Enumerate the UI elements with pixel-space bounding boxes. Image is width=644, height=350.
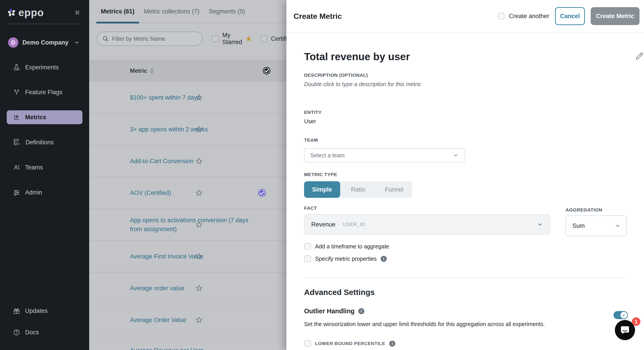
help-icon [13, 329, 20, 336]
metric-link[interactable]: 3+ app opens within 2 weeks [130, 125, 208, 134]
metric-link[interactable]: App opens to activations conversion (7 d… [130, 216, 256, 234]
metric-type-simple[interactable]: Simple [304, 181, 340, 198]
properties-label: Specify metric properties [315, 256, 377, 262]
entity-value: User [304, 118, 316, 125]
metric-name-title[interactable]: Total revenue by user [304, 51, 410, 63]
timeframe-label: Add a timeframe to aggregate [315, 243, 389, 250]
metric-link[interactable]: Average First Invoice Value [130, 252, 204, 261]
sidebar-item-label: Updates [25, 308, 48, 314]
flask-icon [13, 64, 20, 71]
table-row: Average order value [89, 273, 286, 304]
metric-column-header[interactable]: Metric [130, 59, 154, 82]
metric-link[interactable]: Average Revenue per User [130, 346, 203, 350]
star-icon[interactable] [195, 157, 203, 165]
table-row: $100+ spent within 7 days [89, 82, 286, 114]
tab-metrics[interactable]: Metrics (61) [96, 0, 139, 23]
team-select[interactable]: Select a team [304, 148, 465, 163]
create-metric-drawer: Create Metric Create another Cancel Crea… [286, 0, 644, 350]
sidebar-item-updates[interactable]: Updates [7, 304, 82, 318]
tab-segments[interactable]: Segments (5) [204, 0, 250, 23]
sidebar-item-admin[interactable]: Admin [7, 185, 82, 199]
create-another-label: Create another [509, 13, 549, 20]
metric-link[interactable]: Average Order Value [130, 316, 186, 325]
star-icon[interactable] [195, 316, 203, 324]
edit-pencil-icon[interactable] [634, 51, 644, 61]
metric-link[interactable]: Average order value [130, 284, 184, 293]
notification-badge[interactable]: 1 [632, 317, 640, 326]
metrics-list-panel: Metrics (61) Metric collections (7) Segm… [89, 0, 286, 350]
star-icon[interactable] [195, 189, 203, 197]
outlier-handling-heading: Outlier Handling [304, 308, 355, 315]
properties-checkbox[interactable] [304, 255, 311, 262]
metric-type-segmented-control: Simple Ratio Funnel [304, 181, 412, 198]
section-divider [304, 277, 625, 278]
workspace-switcher[interactable]: D Demo Company [8, 37, 82, 48]
eppo-flower-icon [8, 9, 16, 16]
drawer-header: Create Metric Create another Cancel Crea… [286, 0, 644, 33]
cancel-button[interactable]: Cancel [555, 7, 585, 25]
gold-star-icon: ★ [245, 35, 252, 42]
drawer-title: Create Metric [294, 12, 342, 20]
table-header: Metric [89, 59, 286, 82]
sidebar-collapse-icon[interactable] [73, 8, 82, 17]
description-placeholder[interactable]: Double click to type a description for t… [304, 81, 421, 87]
chevron-down-icon [615, 223, 621, 229]
gift-icon [13, 307, 20, 314]
table-row: Average Order Value [89, 304, 286, 336]
certified-column-seal-icon [262, 66, 271, 76]
sidebar-item-feature-flags[interactable]: Feature Flags [7, 85, 82, 99]
sidebar-item-experiments[interactable]: Experiments [7, 60, 82, 74]
certified-checkbox[interactable] [260, 35, 267, 42]
metric-link[interactable]: AOV (Certified) [130, 188, 171, 197]
team-select-placeholder: Select a team [310, 152, 345, 159]
tab-metric-collections[interactable]: Metric collections (7) [139, 0, 204, 23]
info-icon[interactable]: i [389, 341, 395, 347]
lower-bound-checkbox[interactable] [304, 340, 311, 347]
my-starred-checkbox[interactable] [212, 35, 219, 42]
entity-label: ENTITY [304, 110, 322, 115]
sidebar-item-label: Experiments [25, 64, 59, 71]
chat-bubble-icon [620, 325, 630, 335]
metric-link[interactable]: Add-to-Cart Conversion [130, 157, 194, 166]
table-row: 3+ app opens within 2 weeks [89, 114, 286, 146]
metric-search[interactable] [97, 31, 202, 46]
sidebar-item-metrics[interactable]: Metrics [7, 110, 82, 124]
star-icon[interactable] [195, 284, 203, 292]
sort-icon [150, 68, 154, 73]
table-row: Average Revenue per User [89, 336, 286, 350]
table-row: App opens to activations conversion (7 d… [89, 209, 286, 241]
create-another-checkbox[interactable] [498, 13, 504, 19]
sidebar-item-label: Teams [25, 164, 43, 171]
sidebar-item-definitions[interactable]: SQL Definitions [7, 135, 82, 149]
sql-database-icon: SQL [13, 139, 20, 146]
feature-toggle-on[interactable]: ✓ [614, 311, 628, 319]
info-icon[interactable]: i [358, 308, 364, 314]
aggregation-select[interactable]: Sum [566, 215, 627, 236]
create-metric-button[interactable]: Create Metric [591, 7, 640, 25]
filter-row: My Starred ★ Certified [97, 31, 286, 46]
metric-type-ratio[interactable]: Ratio [340, 181, 376, 198]
sidebar-item-teams[interactable]: Teams [7, 161, 82, 174]
table-row: AOV (Certified) [89, 177, 286, 209]
svg-text:SQL: SQL [16, 143, 20, 145]
metric-link[interactable]: $100+ spent within 7 days [130, 93, 200, 102]
lower-bound-row: LOWER BOUND PERCENTILE i [304, 340, 395, 347]
aggregation-label: AGGREGATION [566, 207, 602, 213]
eppo-logo[interactable]: eppo [8, 7, 82, 18]
info-icon[interactable]: i [381, 256, 387, 262]
metric-type-label: METRIC TYPE [304, 172, 337, 177]
sidebar-item-docs[interactable]: Docs [7, 325, 82, 339]
properties-checkbox-row: Specify metric properties i [304, 255, 387, 262]
fact-select[interactable]: Revenue · USER_ID [304, 214, 550, 235]
outlier-description: Set the winsorization lower and upper li… [304, 321, 627, 327]
lower-bound-label: LOWER BOUND PERCENTILE [315, 341, 385, 346]
advanced-settings-heading: Advanced Settings [304, 288, 375, 297]
timeframe-checkbox[interactable] [304, 243, 311, 250]
certified-seal-icon [257, 188, 267, 198]
sidebar-item-label: Feature Flags [25, 89, 62, 96]
sidebar-divider [7, 24, 82, 24]
search-input[interactable] [112, 36, 197, 42]
team-label: TEAM [304, 137, 318, 143]
chevron-down-icon [74, 40, 80, 45]
metric-type-funnel[interactable]: Funnel [376, 181, 412, 198]
